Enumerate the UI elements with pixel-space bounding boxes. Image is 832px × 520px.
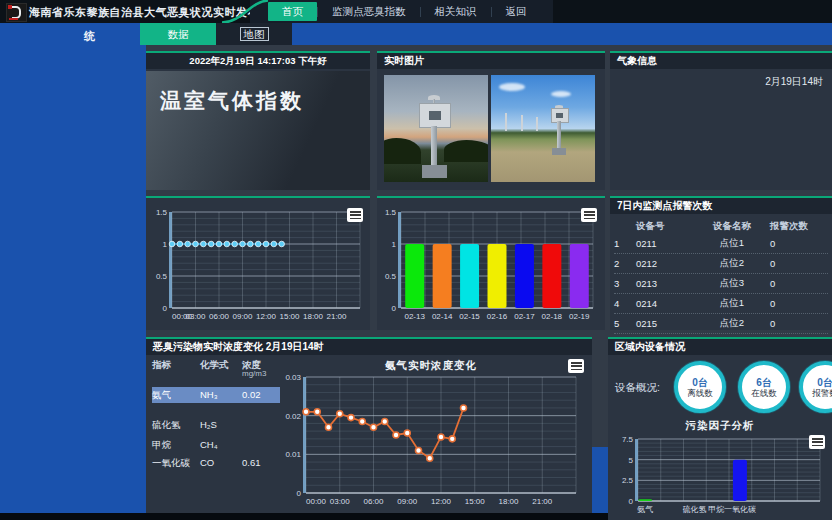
bush-silhouette <box>384 138 421 164</box>
svg-text:甲烷: 甲烷 <box>708 505 724 514</box>
chart-menu-icon[interactable] <box>809 435 825 449</box>
alarm-table-row: 50215点位20 <box>614 314 828 334</box>
stat-count: 0台 <box>817 377 832 388</box>
device-status-title: 区域内设备情况 <box>608 339 832 355</box>
pollutant-panel: 恶臭污染物实时浓度变化 2月19日14时 指标化学式浓度mg/m3氨气NH₃0.… <box>146 337 592 513</box>
station-photo-dusk[interactable] <box>384 75 488 182</box>
svg-text:1.5: 1.5 <box>385 208 397 217</box>
main-nav: 首页监测点恶臭指数相关知识返回 <box>250 0 553 23</box>
station-pole <box>431 126 437 166</box>
pollutant-row-H₂S[interactable]: 硫化氢H₂S <box>152 417 280 433</box>
svg-text:2.5: 2.5 <box>622 476 634 485</box>
svg-text:00:00: 00:00 <box>306 497 327 506</box>
weather-title: 气象信息 <box>610 53 832 69</box>
svg-text:1: 1 <box>392 240 397 249</box>
greeting-panel: 2022年2月19日 14:17:03 下午好 温室气体指数 <box>146 51 370 190</box>
svg-text:0.02: 0.02 <box>285 412 301 421</box>
bush-silhouette <box>444 140 488 162</box>
svg-text:7.5: 7.5 <box>622 435 634 444</box>
station-cabinet <box>419 103 451 128</box>
svg-text:02-14: 02-14 <box>432 312 453 321</box>
device-overview-label: 设备概况: <box>615 381 660 395</box>
dashboard-root: 海南省乐东黎族自治县大气恶臭状况实时发布系 首页监测点恶臭指数相关知识返回 统 … <box>0 0 832 520</box>
nav-curve-decoration <box>222 0 268 23</box>
svg-text:03:00: 03:00 <box>330 497 351 506</box>
pollutant-title: 恶臭污染物实时浓度变化 2月19日14时 <box>146 339 592 355</box>
greeting-body: 温室气体指数 <box>146 71 370 190</box>
svg-text:12:00: 12:00 <box>256 312 277 321</box>
station-base <box>552 148 566 155</box>
svg-text:12:00: 12:00 <box>431 497 452 506</box>
svg-text:02-19: 02-19 <box>569 312 590 321</box>
alarm-table-header: 设备号设备名称报警次数 <box>614 218 828 234</box>
stat-label: 离线数 <box>687 388 713 398</box>
svg-text:06:00: 06:00 <box>363 497 384 506</box>
nav-item-1[interactable]: 监测点恶臭指数 <box>318 2 420 21</box>
cloud <box>499 83 525 91</box>
svg-text:0: 0 <box>629 497 634 506</box>
svg-text:02-15: 02-15 <box>459 312 480 321</box>
pollutant-row-CH₄[interactable]: 甲烷CH₄ <box>152 437 280 453</box>
view-tabs: 数据地图 <box>140 23 292 45</box>
logo-red-bar <box>9 18 18 20</box>
alarm-count-panel: 7日内监测点报警次数 设备号设备名称报警次数10211点位1020212点位20… <box>610 196 832 330</box>
nav-items: 首页监测点恶臭指数相关知识返回 <box>268 0 541 23</box>
device-stat-circle-0: 0台离线数 <box>674 361 726 413</box>
daily-index-bar-chart: 00.511.502-1302-1402-1502-1602-1702-1802… <box>377 198 605 330</box>
live-photos-panel: 实时图片 <box>377 51 605 190</box>
station-screen <box>429 111 441 120</box>
svg-text:09:00: 09:00 <box>232 312 253 321</box>
alarm-table: 设备号设备名称报警次数10211点位1020212点位2030213点位3040… <box>614 218 828 354</box>
app-title-wrap: 统 <box>84 29 95 44</box>
svg-text:0: 0 <box>297 489 302 498</box>
cloud <box>551 91 571 97</box>
fence-post <box>521 115 523 131</box>
nav-item-3[interactable]: 返回 <box>492 2 541 21</box>
nav-item-2[interactable]: 相关知识 <box>421 2 491 21</box>
live-photos-title: 实时图片 <box>377 53 605 69</box>
chart-menu-icon[interactable] <box>347 208 363 222</box>
svg-text:0.5: 0.5 <box>156 272 168 281</box>
pollutant-row-CO[interactable]: 一氧化碳CO0.61 <box>152 455 280 471</box>
fence-post <box>536 117 538 131</box>
svg-text:一氧化碳: 一氧化碳 <box>724 505 756 514</box>
svg-text:0.03: 0.03 <box>285 373 301 382</box>
pollutant-row-NH₃[interactable]: 氨气NH₃0.02 <box>152 387 280 403</box>
chart-menu-icon[interactable] <box>581 208 597 222</box>
svg-text:0: 0 <box>392 304 397 313</box>
station-pole <box>557 121 561 149</box>
svg-text:02-17: 02-17 <box>514 312 535 321</box>
svg-text:18:00: 18:00 <box>303 312 324 321</box>
stat-count: 0台 <box>692 377 708 388</box>
svg-text:1.5: 1.5 <box>156 208 168 217</box>
pollutant-table: 指标化学式浓度mg/m3氨气NH₃0.02硫化氢H₂S甲烷CH₄一氧化碳CO0.… <box>152 359 282 509</box>
svg-text:0.5: 0.5 <box>385 272 397 281</box>
svg-text:5: 5 <box>629 456 634 465</box>
svg-text:15:00: 15:00 <box>279 312 300 321</box>
svg-text:02-16: 02-16 <box>487 312 508 321</box>
greenhouse-gas-headline: 温室气体指数 <box>160 87 304 115</box>
chart-menu-icon[interactable] <box>568 359 584 373</box>
tab-1[interactable]: 地图 <box>216 23 292 45</box>
tab-0[interactable]: 数据 <box>140 23 216 45</box>
top-header-bar: 海南省乐东黎族自治县大气恶臭状况实时发布系 首页监测点恶臭指数相关知识返回 <box>0 0 832 23</box>
svg-text:21:00: 21:00 <box>532 497 553 506</box>
ghg-index-line-chart: 00.511.500:0003:0006:0009:0012:0015:0018… <box>146 198 370 330</box>
alarm-table-row: 30213点位30 <box>614 274 828 294</box>
svg-text:03:00: 03:00 <box>185 312 206 321</box>
station-photo-day[interactable] <box>491 75 595 182</box>
stat-count: 6台 <box>756 377 772 388</box>
svg-text:氨气: 氨气 <box>637 505 653 514</box>
svg-text:02-18: 02-18 <box>542 312 563 321</box>
svg-text:15:00: 15:00 <box>465 497 486 506</box>
daily-index-bar-panel: 00.511.502-1302-1402-1502-1602-1702-1802… <box>377 196 605 330</box>
nav-item-0[interactable]: 首页 <box>268 2 317 21</box>
pollutant-unit-label: mg/m3 <box>242 369 266 378</box>
device-status-panel: 区域内设备情况 设备概况: 污染因子分析 02.557.5氨气硫化氢甲烷一氧化碳… <box>608 337 832 520</box>
svg-text:21:00: 21:00 <box>326 312 347 321</box>
ghg-index-line-panel: 00.511.500:0003:0006:0009:0012:0015:0018… <box>146 196 370 330</box>
weather-timestamp: 2月19日14时 <box>765 75 823 89</box>
device-stat-circle-1: 6台在线数 <box>738 361 790 413</box>
factor-chart-title: 污染因子分析 <box>608 419 832 433</box>
pollution-factor-bar-chart: 02.557.5氨气硫化氢甲烷一氧化碳 <box>610 433 828 519</box>
